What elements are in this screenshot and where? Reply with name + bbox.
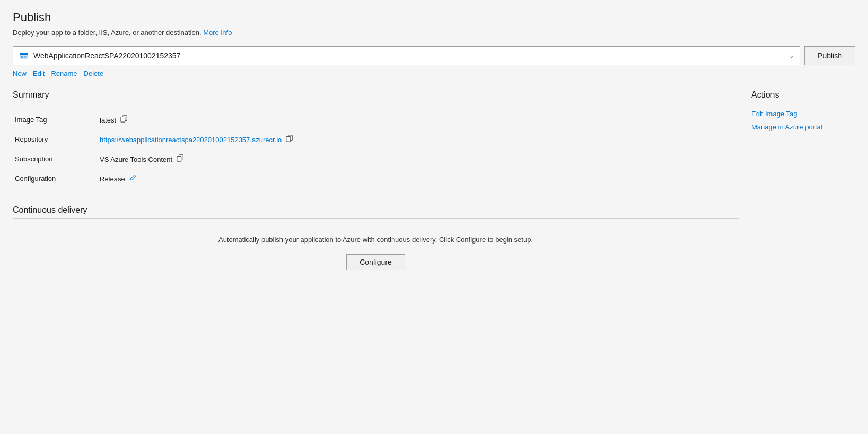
summary-row: SubscriptionVS Azure Tools Content	[13, 149, 739, 169]
page-title: Publish	[13, 11, 855, 24]
svg-rect-3	[24, 56, 27, 57]
svg-rect-2	[21, 56, 23, 58]
profile-actions: New Edit Rename Delete	[13, 70, 855, 77]
summary-label: Image Tag	[13, 110, 98, 129]
main-content: Summary Image Taglatest Repositoryhttps:…	[13, 90, 855, 281]
profile-selected-value: WebApplicationReactSPA220201002152357	[33, 51, 789, 60]
summary-title: Summary	[13, 90, 739, 103]
svg-rect-6	[121, 117, 125, 123]
svg-rect-4	[24, 57, 26, 58]
action-link[interactable]: Edit Image Tag	[751, 110, 855, 118]
copy-button[interactable]	[118, 114, 130, 125]
more-info-link[interactable]: More info	[203, 29, 232, 37]
summary-value: VS Azure Tools Content	[98, 149, 739, 169]
summary-row: ConfigurationRelease	[13, 169, 739, 188]
copy-button[interactable]	[174, 153, 186, 164]
configure-btn-container: Configure	[13, 254, 739, 270]
summary-label: Subscription	[13, 149, 98, 169]
cd-title: Continuous delivery	[13, 205, 739, 219]
summary-table: Image Taglatest Repositoryhttps://webapp…	[13, 110, 739, 188]
azure-registry-icon	[19, 50, 29, 61]
value-text: VS Azure Tools Content	[100, 155, 172, 163]
edit-link[interactable]: Edit	[33, 70, 45, 77]
actions-section: Actions Edit Image TagManage in Azure po…	[739, 90, 855, 281]
publish-button[interactable]: Publish	[804, 46, 855, 65]
dropdown-arrow-icon: ⌄	[789, 52, 794, 59]
summary-label: Configuration	[13, 169, 98, 188]
actions-title: Actions	[751, 90, 855, 103]
summary-row: Image Taglatest	[13, 110, 739, 129]
action-link[interactable]: Manage in Azure portal	[751, 123, 855, 131]
summary-row: Repositoryhttps://webapplicationreactspa…	[13, 129, 739, 149]
summary-value: Release	[98, 169, 739, 188]
rename-link[interactable]: Rename	[51, 70, 77, 77]
profile-dropdown-container: WebApplicationReactSPA220201002152357 ⌄	[13, 46, 800, 65]
edit-icon-button[interactable]	[127, 173, 139, 184]
repository-link[interactable]: https://webapplicationreactspa2202010021…	[100, 136, 282, 144]
summary-label: Repository	[13, 129, 98, 149]
profile-selector-row: WebApplicationReactSPA220201002152357 ⌄ …	[13, 46, 855, 65]
svg-rect-1	[20, 53, 28, 55]
configure-button[interactable]: Configure	[346, 254, 405, 270]
actions-list: Edit Image TagManage in Azure portal	[751, 110, 855, 131]
value-text: Release	[100, 175, 125, 183]
new-link[interactable]: New	[13, 70, 27, 77]
summary-value: latest	[98, 110, 739, 129]
cd-description: Automatically publish your application t…	[13, 236, 739, 244]
svg-rect-8	[286, 137, 291, 142]
svg-rect-10	[177, 157, 181, 162]
value-text: latest	[100, 116, 116, 124]
copy-button[interactable]	[284, 134, 295, 145]
page-subtitle: Deploy your app to a folder, IIS, Azure,…	[13, 29, 855, 37]
continuous-delivery-section: Continuous delivery Automatically publis…	[13, 205, 739, 270]
delete-link[interactable]: Delete	[84, 70, 104, 77]
summary-section: Summary Image Taglatest Repositoryhttps:…	[13, 90, 739, 281]
summary-value: https://webapplicationreactspa2202010021…	[98, 129, 739, 149]
